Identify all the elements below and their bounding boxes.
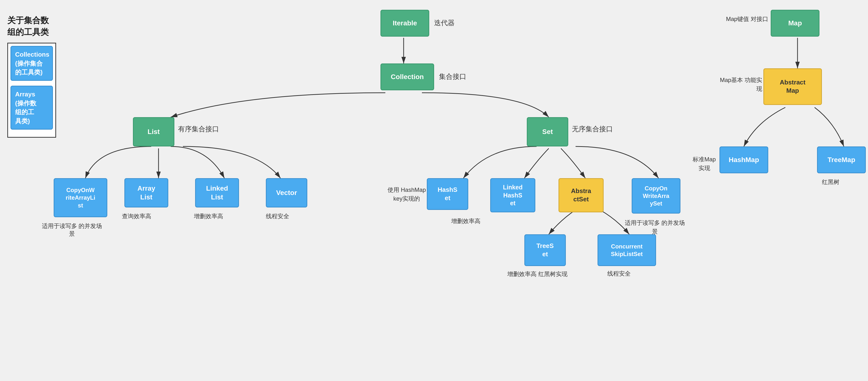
- hash-set-node: HashS et: [427, 178, 468, 210]
- collections-item: Collections (操作集合 的工具类): [10, 46, 53, 81]
- set-node: Set: [527, 117, 568, 146]
- map-key-value-label: Map键值 对接口: [719, 14, 768, 23]
- copy-on-write-array-set-node: CopyOn WriteArra ySet: [632, 178, 680, 213]
- collection-interface-label: 集合接口: [439, 72, 466, 81]
- list-node: List: [133, 117, 175, 146]
- diagram-container: 关于集合数 组的工具类 Collections (操作集合 的工具类) Arra…: [0, 0, 868, 381]
- linked-hash-set-node: Linked HashS et: [490, 178, 535, 212]
- arrays-item: Arrays (操作数 组的工 具类): [10, 86, 53, 129]
- copy-on-write-array-list-node: CopyOnW riteArrayLi st: [54, 178, 107, 217]
- concurrent-skip-list-set-node: Concurrent SkipListSet: [597, 234, 656, 266]
- standard-map-label: 标准Map 实现: [690, 155, 718, 173]
- tree-set-desc-label: 增删效率高 红黑树实现: [507, 270, 567, 279]
- hash-map-node: HashMap: [719, 146, 768, 173]
- concurrent-desc-label: 线程安全: [607, 270, 631, 277]
- tree-set-node: TreeS et: [524, 234, 566, 266]
- high-insert-delete-label: 增删效率高: [194, 212, 223, 220]
- array-list-node: Array List: [124, 178, 168, 207]
- thread-safe-label: 线程安全: [266, 212, 289, 220]
- iterable-node: Iterable: [380, 10, 429, 37]
- sidebar: 关于集合数 组的工具类 Collections (操作集合 的工具类) Arra…: [7, 14, 56, 138]
- abstract-set-node: Abstra ctSet: [558, 178, 603, 212]
- map-node: Map: [771, 10, 819, 37]
- collection-node: Collection: [380, 63, 434, 90]
- tool-box: Collections (操作集合 的工具类) Arrays (操作数 组的工 …: [7, 43, 56, 138]
- read-heavy2-label: 适用于读写多 的并发场景: [622, 218, 688, 236]
- iterator-label: 迭代器: [434, 18, 455, 28]
- abstract-map-node: Abstract Map: [763, 68, 822, 105]
- linked-list-node: Linked List: [195, 178, 239, 207]
- map-basic-impl-label: Map基本 功能实现: [717, 76, 762, 93]
- read-heavy-label: 适用于读写多 的并发场景: [39, 222, 105, 238]
- sidebar-title: 关于集合数 组的工具类: [7, 14, 56, 38]
- high-query-label: 查询效率高: [122, 212, 151, 220]
- hashmap-key-label: 使用 HashMap key实现的: [385, 185, 428, 203]
- tree-map-node: TreeMap: [817, 146, 866, 173]
- high-insert-delete2-label: 增删效率高: [451, 217, 480, 225]
- ordered-collection-label: 有序集合接口: [178, 124, 219, 134]
- vector-node: Vector: [266, 178, 307, 207]
- red-black-tree-label: 红黑树: [822, 178, 839, 186]
- unordered-collection-label: 无序集合接口: [572, 124, 613, 134]
